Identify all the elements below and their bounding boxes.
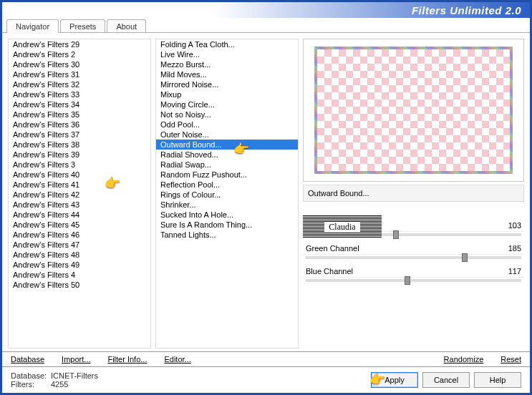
navigator-item[interactable]: Andrew's Filters 30 [9,59,150,69]
navigator-item[interactable]: Andrew's Filters 47 [9,240,150,250]
titlebar: Filters Unlimited 2.0 [2,2,530,18]
tab-about[interactable]: About [107,19,146,33]
channel-slider[interactable] [306,256,521,259]
filter-item[interactable]: Shrinker... [156,200,298,210]
navigator-item[interactable]: Andrew's Filters 4 [9,270,150,280]
filter-item[interactable]: Odd Pool... [156,120,298,130]
filter-item[interactable]: Outward Bound... [156,140,298,150]
footer-buttons: Apply Cancel Help [371,372,521,388]
channel-sliders: Red Channel103Green Channel185Blue Chann… [303,219,524,286]
channel-row: Green Channel185 [303,242,524,255]
channel-value: 103 [493,221,521,230]
footer: Database:ICNET-Filters Filters:4255 Appl… [2,366,530,393]
channel-slider[interactable] [306,233,521,236]
slider-thumb[interactable] [405,276,410,285]
navigator-item[interactable]: Andrew's Filters 29 [9,39,150,49]
channel-label: Blue Channel [306,267,493,275]
tab-bar: Navigator Presets About [2,19,530,33]
cancel-button[interactable]: Cancel [422,372,470,388]
channel-label: Green Channel [306,244,493,253]
tab-presets[interactable]: Presets [60,19,105,33]
channel-label: Red Channel [306,221,493,230]
bottom-link-bar: Database Import... Filter Info... Editor… [2,351,530,366]
right-column: Outward Bound... Red Channel103Green Cha… [303,39,524,348]
filter-item[interactable]: Not so Noisy... [156,109,298,120]
channel-row: Red Channel103 [303,219,524,232]
filter-item[interactable]: Mixup [156,89,298,99]
filter-item[interactable]: Mirrored Noise... [156,79,298,89]
filter-item[interactable]: Moving Circle... [156,99,298,109]
filter-item[interactable]: Reflection Pool... [156,180,298,190]
navigator-item[interactable]: Andrew's Filters 46 [9,230,150,240]
navigator-item[interactable]: Andrew's Filters 42 [9,190,150,200]
filter-item[interactable]: Random Fuzz Pushout... [156,170,298,180]
link-import[interactable]: Import... [62,355,90,364]
link-filterinfo[interactable]: Filter Info... [107,355,147,364]
filter-item[interactable]: Mezzo Burst... [156,59,298,69]
navigator-item[interactable]: Andrew's Filters 33 [9,89,150,99]
navigator-item[interactable]: Andrew's Filters 49 [9,260,150,270]
apply-button[interactable]: Apply [371,372,418,388]
filter-item[interactable]: Rings of Colour... [156,190,298,200]
main-panel: Andrew's Filters 29Andrew's Filters 2And… [2,33,530,351]
slider-thumb[interactable] [393,230,399,239]
navigator-item[interactable]: Andrew's Filters 2 [9,49,150,59]
preview-pane [303,39,524,182]
channel-value: 185 [493,244,521,253]
navigator-item[interactable]: Andrew's Filters 48 [9,250,150,260]
navigator-column: Andrew's Filters 29Andrew's Filters 2And… [8,39,151,348]
link-reset[interactable]: Reset [500,355,521,364]
filter-item[interactable]: Live Wire... [156,49,298,59]
link-database[interactable]: Database [11,355,44,364]
navigator-item[interactable]: Andrew's Filters 45 [9,220,150,230]
navigator-item[interactable]: Andrew's Filters 3 [9,160,150,170]
navigator-item[interactable]: Andrew's Filters 40 [9,170,150,180]
navigator-item[interactable]: Andrew's Filters 38 [9,140,150,150]
filter-item[interactable]: Sucked Into A Hole... [156,210,298,220]
channel-row: Blue Channel117 [303,265,524,278]
current-filter-label: Outward Bound... [303,185,524,202]
navigator-item[interactable]: Andrew's Filters 39 [9,150,150,160]
navigator-item[interactable]: Andrew's Filters 34 [9,99,150,109]
channel-value: 117 [493,267,521,275]
link-editor[interactable]: Editor... [164,355,190,364]
navigator-item[interactable]: Andrew's Filters 50 [9,280,150,290]
navigator-item[interactable]: Andrew's Filters 36 [9,120,150,130]
filter-item[interactable]: Sure Is A Random Thing... [156,220,298,230]
navigator-item[interactable]: Andrew's Filters 37 [9,130,150,140]
navigator-item[interactable]: Andrew's Filters 32 [9,79,150,89]
filters-column: Folding A Tea Cloth...Live Wire...Mezzo … [155,39,299,348]
navigator-item[interactable]: Andrew's Filters 43 [9,200,150,210]
filters-list[interactable]: Folding A Tea Cloth...Live Wire...Mezzo … [155,39,299,348]
filter-item[interactable]: Radial Swap... [156,160,298,170]
navigator-item[interactable]: Andrew's Filters 41 [9,180,150,190]
filter-item[interactable]: Radial Shoved... [156,150,298,160]
slider-thumb[interactable] [462,253,468,262]
filter-item[interactable]: Mild Moves... [156,69,298,79]
navigator-item[interactable]: Andrew's Filters 35 [9,109,150,120]
help-button[interactable]: Help [474,372,521,388]
navigator-item[interactable]: Andrew's Filters 31 [9,69,150,79]
filter-item[interactable]: Folding A Tea Cloth... [156,39,298,49]
navigator-list[interactable]: Andrew's Filters 29Andrew's Filters 2And… [8,39,151,348]
channel-slider[interactable] [306,279,521,282]
footer-info: Database:ICNET-Filters Filters:4255 [11,371,98,389]
tab-navigator[interactable]: Navigator [6,19,59,33]
link-randomize[interactable]: Randomize [444,355,484,364]
app-title: Filters Unlimited 2.0 [412,4,521,16]
navigator-item[interactable]: Andrew's Filters 44 [9,210,150,220]
app-window: Filters Unlimited 2.0 Navigator Presets … [0,0,532,395]
filter-item[interactable]: Tanned Lights... [156,230,298,240]
filter-item[interactable]: Outer Noise... [156,130,298,140]
